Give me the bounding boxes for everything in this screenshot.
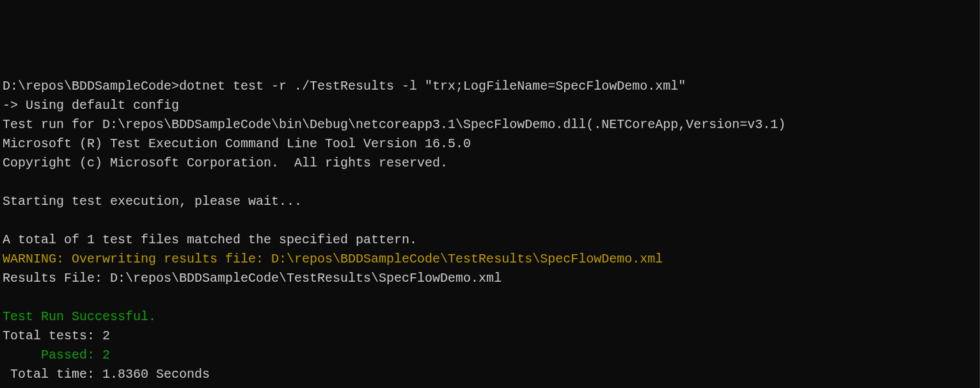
copyright-line: Copyright (c) Microsoft Corporation. All…	[3, 156, 448, 170]
starting-line: Starting test execution, please wait...	[3, 194, 302, 209]
results-file-line: Results File: D:\repos\BDDSampleCode\Tes…	[3, 271, 502, 286]
prompt-line-1: D:\repos\BDDSampleCode>dotnet test -r ./…	[3, 79, 686, 93]
total-tests-line: Total tests: 2	[3, 328, 110, 343]
passed-line: Passed: 2	[3, 348, 110, 362]
ms-tool-line: Microsoft (R) Test Execution Command Lin…	[3, 136, 471, 151]
success-line: Test Run Successful.	[3, 309, 156, 324]
test-run-for-line: Test run for D:\repos\BDDSampleCode\bin\…	[3, 117, 786, 132]
total-files-line: A total of 1 test files matched the spec…	[3, 232, 417, 247]
config-line: -> Using default config	[3, 98, 179, 113]
warning-line: WARNING: Overwriting results file: D:\re…	[3, 252, 663, 266]
total-time-line: Total time: 1.8360 Seconds	[3, 367, 210, 382]
terminal-output[interactable]: D:\repos\BDDSampleCode>dotnet test -r ./…	[3, 77, 977, 388]
